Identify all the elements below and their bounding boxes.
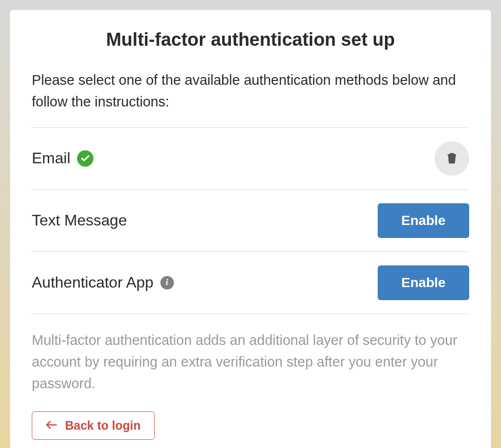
delete-email-button[interactable] xyxy=(435,141,469,176)
method-left: Text Message xyxy=(32,211,127,229)
back-to-login-button[interactable]: Back to login xyxy=(32,411,155,440)
info-icon[interactable]: i xyxy=(160,276,174,290)
arrow-left-icon xyxy=(46,419,57,433)
method-list: Email Text Message Enable xyxy=(32,127,469,314)
method-row-text: Text Message Enable xyxy=(32,189,469,251)
method-label-email: Email xyxy=(32,149,70,167)
method-left: Email xyxy=(32,149,93,167)
instructions-text: Please select one of the available authe… xyxy=(32,69,469,113)
page-title: Multi-factor authentication set up xyxy=(32,29,469,50)
footer-description: Multi-factor authentication adds an addi… xyxy=(32,329,469,395)
method-label-text: Text Message xyxy=(32,211,127,229)
enable-text-button[interactable]: Enable xyxy=(378,203,469,238)
mfa-setup-card: Multi-factor authentication set up Pleas… xyxy=(10,10,491,448)
method-label-app: Authenticator App xyxy=(32,274,154,291)
method-row-app: Authenticator App i Enable xyxy=(32,251,469,314)
enable-app-button[interactable]: Enable xyxy=(378,265,469,300)
back-button-label: Back to login xyxy=(65,419,141,433)
trash-icon xyxy=(445,150,459,166)
method-row-email: Email xyxy=(32,127,469,189)
method-left: Authenticator App i xyxy=(32,274,174,291)
check-circle-icon xyxy=(77,150,93,167)
